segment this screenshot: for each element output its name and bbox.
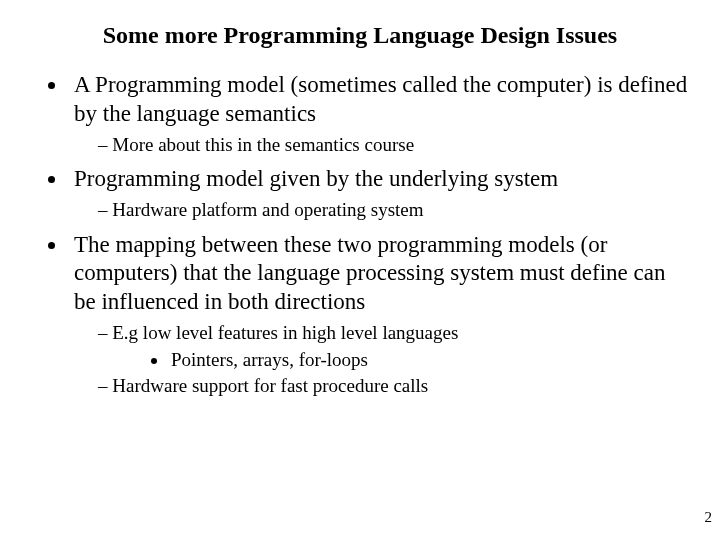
sub-bullet-text: More about this in the semantics course [112,134,414,155]
bullet-item: Programming model given by the underlyin… [68,165,690,222]
bullet-list: A Programming model (sometimes called th… [30,71,690,399]
bullet-text: A Programming model (sometimes called th… [74,72,687,126]
sub-bullet-text: Hardware support for fast procedure call… [112,375,428,396]
sub-bullet-item: More about this in the semantics course [98,133,690,158]
sub-bullet-list: Hardware platform and operating system [74,198,690,223]
bullet-item: The mapping between these two programmin… [68,231,690,399]
bullet-text: The mapping between these two programmin… [74,232,665,315]
sub-bullet-list: More about this in the semantics course [74,133,690,158]
sub-bullet-item: E.g low level features in high level lan… [98,321,690,372]
slide-title: Some more Programming Language Design Is… [30,22,690,49]
sub-bullet-item: Hardware support for fast procedure call… [98,374,690,399]
sub-bullet-item: Hardware platform and operating system [98,198,690,223]
sub-sub-bullet-text: Pointers, arrays, for-loops [171,349,368,370]
sub-bullet-text: Hardware platform and operating system [112,199,423,220]
bullet-text: Programming model given by the underlyin… [74,166,558,191]
sub-bullet-list: E.g low level features in high level lan… [74,321,690,399]
slide: Some more Programming Language Design Is… [0,0,720,540]
sub-bullet-text: E.g low level features in high level lan… [112,322,458,343]
sub-sub-bullet-item: Pointers, arrays, for-loops [169,348,690,373]
page-number: 2 [705,509,713,526]
sub-sub-bullet-list: Pointers, arrays, for-loops [115,348,690,373]
bullet-item: A Programming model (sometimes called th… [68,71,690,157]
